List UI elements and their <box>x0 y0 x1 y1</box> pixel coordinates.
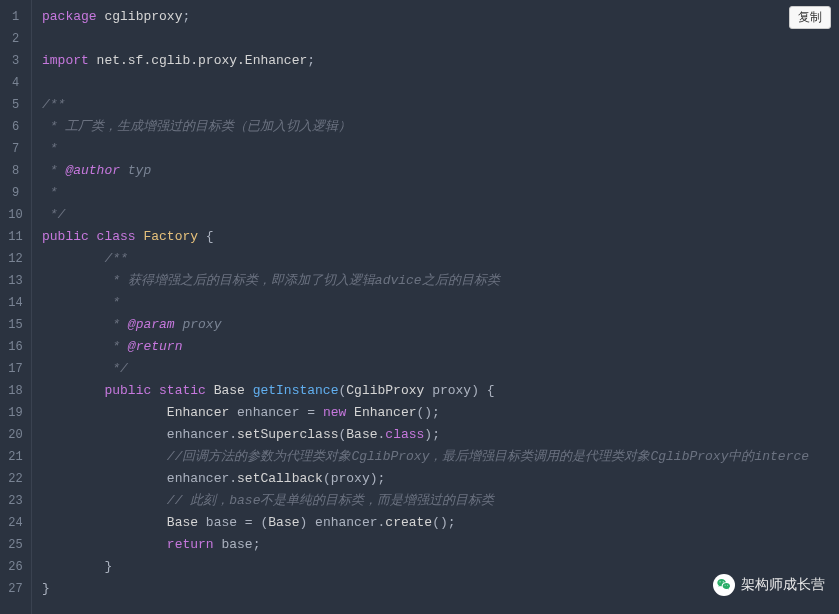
line-number-gutter: 1234567891011121314151617181920212223242… <box>0 0 32 614</box>
code-line: * @author typ <box>42 160 839 182</box>
line-number: 7 <box>0 138 31 160</box>
code-line: */ <box>42 204 839 226</box>
code-line: //回调方法的参数为代理类对象CglibProxy，最后增强目标类调用的是代理类… <box>42 446 839 468</box>
line-number: 15 <box>0 314 31 336</box>
watermark-text: 架构师成长营 <box>741 576 825 594</box>
line-number: 10 <box>0 204 31 226</box>
code-line: /** <box>42 248 839 270</box>
code-line: * @return <box>42 336 839 358</box>
line-number: 8 <box>0 160 31 182</box>
line-number: 19 <box>0 402 31 424</box>
line-number: 16 <box>0 336 31 358</box>
line-number: 23 <box>0 490 31 512</box>
code-line: public static Base getInstance(CglibProx… <box>42 380 839 402</box>
code-line <box>42 72 839 94</box>
line-number: 1 <box>0 6 31 28</box>
code-line: * 工厂类，生成增强过的目标类（已加入切入逻辑） <box>42 116 839 138</box>
line-number: 13 <box>0 270 31 292</box>
code-line: * <box>42 292 839 314</box>
code-editor: 1234567891011121314151617181920212223242… <box>0 0 839 614</box>
code-line: return base; <box>42 534 839 556</box>
code-line: enhancer.setSuperclass(Base.class); <box>42 424 839 446</box>
line-number: 11 <box>0 226 31 248</box>
code-line: import net.sf.cglib.proxy.Enhancer; <box>42 50 839 72</box>
code-line: * 获得增强之后的目标类，即添加了切入逻辑advice之后的目标类 <box>42 270 839 292</box>
code-line: * <box>42 182 839 204</box>
code-line: // 此刻，base不是单纯的目标类，而是增强过的目标类 <box>42 490 839 512</box>
line-number: 18 <box>0 380 31 402</box>
code-line: package cglibproxy; <box>42 6 839 28</box>
line-number: 26 <box>0 556 31 578</box>
copy-button[interactable]: 复制 <box>789 6 831 29</box>
line-number: 3 <box>0 50 31 72</box>
line-number: 5 <box>0 94 31 116</box>
code-line: */ <box>42 358 839 380</box>
code-line: enhancer.setCallback(proxy); <box>42 468 839 490</box>
wechat-icon <box>713 574 735 596</box>
line-number: 14 <box>0 292 31 314</box>
code-line: /** <box>42 94 839 116</box>
line-number: 6 <box>0 116 31 138</box>
line-number: 27 <box>0 578 31 600</box>
line-number: 17 <box>0 358 31 380</box>
code-line: * <box>42 138 839 160</box>
watermark: 架构师成长营 <box>713 574 825 596</box>
line-number: 2 <box>0 28 31 50</box>
code-content[interactable]: package cglibproxy; import net.sf.cglib.… <box>32 0 839 614</box>
code-line: * @param proxy <box>42 314 839 336</box>
code-line: public class Factory { <box>42 226 839 248</box>
line-number: 9 <box>0 182 31 204</box>
line-number: 12 <box>0 248 31 270</box>
line-number: 20 <box>0 424 31 446</box>
line-number: 24 <box>0 512 31 534</box>
line-number: 4 <box>0 72 31 94</box>
line-number: 21 <box>0 446 31 468</box>
line-number: 22 <box>0 468 31 490</box>
code-line: Base base = (Base) enhancer.create(); <box>42 512 839 534</box>
code-line: Enhancer enhancer = new Enhancer(); <box>42 402 839 424</box>
line-number: 25 <box>0 534 31 556</box>
code-line <box>42 28 839 50</box>
